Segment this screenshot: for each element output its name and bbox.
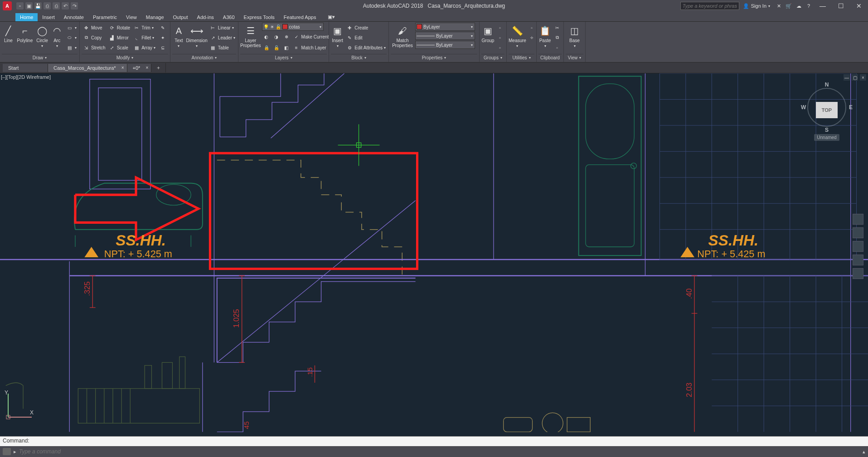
nav-wheel-button[interactable] [853,214,863,225]
tab-a360[interactable]: A360 [218,13,239,21]
qat-plot-icon[interactable]: ⎙ [53,2,60,10]
panel-properties-label[interactable]: Properties▾ [391,54,477,61]
cloud-icon[interactable]: ☁ [794,1,804,11]
viewcube[interactable]: N S E W TOP Unnamed [802,82,852,141]
viewcube-ucs-label[interactable]: Unnamed [814,134,839,141]
panel-clipboard-label[interactable]: Clipboard [538,54,562,61]
clip-matchprop-button[interactable]: ▫ [553,43,562,53]
viewcube-e[interactable]: E [849,104,853,111]
tab-parametric[interactable]: Parametric [88,13,121,21]
polyline-button[interactable]: ⌐Polyline [16,23,34,43]
laylck-button[interactable]: 🔒 [262,43,271,53]
lineweight-combobox[interactable]: ByLayer▾ [415,32,475,40]
help-icon[interactable]: ? [804,1,814,11]
command-dropdown-icon[interactable]: ▴ [863,449,865,455]
fillet-button[interactable]: ◟Fillet▾ [132,33,156,43]
viewcube-top[interactable]: TOP [816,102,838,118]
panel-annotation-label[interactable]: Annotation▾ [172,54,236,61]
qat-save-icon[interactable]: 💾 [34,2,42,10]
tab-insert[interactable]: Insert [38,13,59,21]
ungroup-button[interactable]: ▫ [495,23,504,33]
trim-button[interactable]: ✂Trim▾ [132,23,156,33]
text-button[interactable]: AText▾ [172,23,185,48]
command-prompt-icon[interactable] [3,448,11,455]
ucs-icon[interactable]: Y X [4,390,35,423]
arc-button[interactable]: ◠Arc▾ [50,23,63,48]
maximize-button[interactable]: ☐ [832,0,850,12]
exchange-icon[interactable]: ✕ [774,1,784,11]
cart-icon[interactable]: 🛒 [784,1,794,11]
ellipse-button[interactable]: ⬭▾ [65,33,78,43]
explode-button[interactable]: ✦ [158,33,167,43]
tab-annotate[interactable]: Annotate [59,13,88,21]
linear-button[interactable]: ⊢Linear▾ [209,23,236,33]
tab-manage[interactable]: Manage [141,13,169,21]
color-combobox[interactable]: ByLayer▾ [415,23,475,31]
match-layer-button[interactable]: ≡Match Layer [292,43,327,53]
leader-button[interactable]: ↗Leader▾ [209,33,236,43]
linetype-combobox[interactable]: ByLayer▾ [415,41,475,49]
laycur-button[interactable]: ◧ [282,43,291,53]
tab-addins[interactable]: Add-ins [193,13,218,21]
tab-home[interactable]: Home [15,13,38,21]
hatch-button[interactable]: ▤▾ [65,43,78,53]
copy-button[interactable]: ⧉Copy [82,33,107,43]
sign-in-button[interactable]: 👤 Sign In ▾ [739,3,774,9]
edit-block-button[interactable]: ✎Edit [345,33,387,43]
panel-layers-label[interactable]: Layers▾ [240,54,327,61]
base-button[interactable]: ◫Base▾ [566,23,583,48]
circle-button[interactable]: ◯Circle▾ [35,23,50,48]
viewcube-w[interactable]: W [801,104,806,111]
layer-properties-button[interactable]: ☰Layer Properties [240,23,261,48]
viewcube-s[interactable]: S [825,127,829,133]
paste-button[interactable]: 📋Paste▾ [538,23,552,48]
create-block-button[interactable]: ✚Create [345,23,387,33]
measure-button[interactable]: 📏Measure▾ [509,23,526,48]
vp-maximize-button[interactable]: ▢ [852,74,858,81]
drawing-canvas[interactable]: [–][Top][2D Wireframe] — ▢ × N S E W TOP… [0,73,868,436]
clip-copy-button[interactable]: ⧉ [553,33,562,43]
point-button[interactable]: ✧ [527,33,536,43]
match-properties-button[interactable]: 🖌Match Properties [391,23,414,48]
viewport-label[interactable]: [–][Top][2D Wireframe] [1,74,51,80]
layfrz-button[interactable]: ❄ [282,32,291,42]
groupedit-button[interactable]: ▫ [495,33,504,43]
qat-undo-icon[interactable]: ↶ [62,2,69,10]
minimize-button[interactable]: — [814,0,832,12]
vp-close-button[interactable]: × [860,74,866,81]
qat-open-icon[interactable]: ▣ [25,2,33,10]
vp-minimize-button[interactable]: — [844,74,850,81]
grouptoggle-button[interactable]: ▫ [495,43,504,53]
tab-view[interactable]: View [121,13,141,21]
insert-button[interactable]: ▣Insert▾ [331,23,344,48]
dimension-button[interactable]: ⟷Dimension▾ [186,23,208,48]
table-button[interactable]: ▦Table [209,43,236,53]
erase-button[interactable]: ✎ [158,23,167,33]
tab-express[interactable]: Express Tools [239,13,279,21]
panel-modify-label[interactable]: Modify▾ [82,54,168,61]
close-icon[interactable]: × [146,65,149,70]
cut-button[interactable]: ✂ [553,23,562,33]
move-button[interactable]: ✥Move [82,23,107,33]
panel-utilities-label[interactable]: Utilities▾ [509,54,534,61]
layulk-button[interactable]: 🔓 [272,43,281,53]
layiso-button[interactable]: ◑ [272,32,281,42]
viewcube-n[interactable]: N [825,82,829,88]
qat-saveas-icon[interactable]: ⎙ [44,2,51,10]
close-icon[interactable]: × [121,65,124,70]
layer-combobox[interactable]: 💡☀🔓 cotas▾ [262,23,324,31]
mirror-button[interactable]: ▟Mirror [107,33,131,43]
file-tab-other[interactable]: +0*× [127,64,152,72]
nav-zoom-button[interactable] [853,241,863,252]
rotate-button[interactable]: ⟳Rotate [107,23,131,33]
group-button[interactable]: ▣Group [481,23,495,43]
command-input[interactable] [19,448,860,455]
edit-attributes-button[interactable]: ⚙Edit Attributes▾ [345,43,387,53]
close-button[interactable]: ✕ [850,0,868,12]
panel-view-label[interactable]: View▾ [566,54,583,61]
tab-output[interactable]: Output [169,13,193,21]
app-logo-icon[interactable]: A [3,1,12,10]
qat-new-icon[interactable]: ▫ [16,2,24,10]
tab-options-button[interactable]: ▣▾ [323,13,339,21]
array-button[interactable]: ▦Array▾ [132,43,156,53]
